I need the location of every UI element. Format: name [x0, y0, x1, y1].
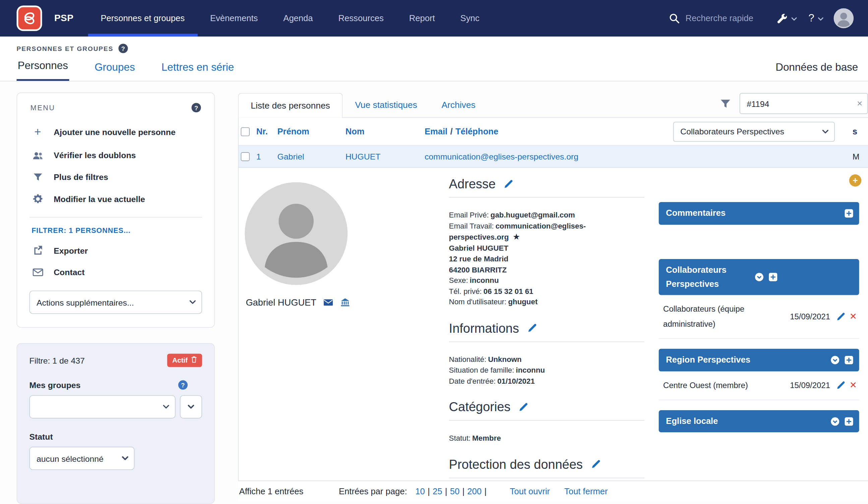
person-photo[interactable] [245, 182, 348, 285]
edit-icon[interactable] [527, 323, 537, 333]
cell-nr[interactable]: 1 [256, 152, 278, 161]
cell-email-link[interactable]: communication@eglises-perspectives.org [425, 152, 673, 161]
cell-lastname[interactable]: HUGUET [345, 152, 425, 161]
open-all-link[interactable]: Tout ouvrir [510, 486, 550, 496]
section-title: Catégories [449, 400, 511, 415]
section-title: Informations [449, 321, 519, 336]
add-square-icon[interactable] [844, 355, 854, 364]
tab-personnes[interactable]: Personnes [17, 60, 69, 81]
brand-name: PSP [54, 13, 74, 24]
close-all-link[interactable]: Tout fermer [564, 486, 608, 496]
email-icon[interactable] [323, 299, 333, 306]
my-groups-help-icon[interactable]: ? [178, 380, 188, 390]
help-chevron-icon[interactable] [818, 17, 824, 21]
remove-icon[interactable]: ✕ [849, 312, 857, 321]
more-actions-select-wrap: Actions supplémentaires... [30, 290, 202, 313]
menu-help-icon[interactable]: ? [192, 103, 201, 112]
status-select[interactable]: aucun sélectionné [30, 447, 135, 470]
tab-groupes[interactable]: Groupes [93, 61, 136, 81]
section-categories: Catégories Statut:Membre [449, 400, 644, 444]
detail-group-panels: Commentaires Collaborateurs Perspe [659, 177, 859, 481]
menu-item-label: Contact [54, 267, 84, 277]
filter-active-badge[interactable]: Actif [167, 353, 202, 367]
col-nr[interactable]: Nr. [256, 126, 278, 136]
col-email-telephone[interactable]: Email/Téléphone [425, 126, 673, 136]
person-name-row: Gabriel HUGUET [245, 297, 449, 308]
collapse-circle-icon[interactable] [830, 416, 840, 426]
link-donnees-de-base[interactable]: Données de base [775, 61, 859, 81]
nav-ressources[interactable]: Ressources [326, 0, 396, 37]
section-divider [449, 341, 644, 342]
clear-search-icon[interactable]: × [857, 99, 862, 108]
filter-funnel-icon[interactable] [720, 99, 731, 108]
col-prenom[interactable]: Prénom [278, 126, 345, 136]
person-search-input[interactable] [740, 93, 868, 114]
search-icon[interactable] [669, 13, 680, 24]
status-select-wrap: aucun sélectionné [30, 447, 135, 470]
help-icon[interactable]: ? [808, 12, 814, 24]
add-square-icon[interactable] [844, 416, 854, 426]
cell-firstname[interactable]: Gabriel [278, 152, 345, 161]
filter-count-link[interactable]: FILTRER: 1 PERSONNES... [31, 227, 202, 235]
section-protection-donnees: Protection des données Date de consentem… [449, 457, 644, 481]
add-record-button[interactable]: + [849, 174, 861, 186]
edit-icon[interactable] [836, 312, 845, 321]
menu-item-modifier-vue[interactable]: Modifier la vue actuelle [30, 188, 202, 210]
column-group-select[interactable]: Collaborateurs Perspectives [673, 122, 835, 141]
my-groups-controls [30, 395, 202, 418]
nav-evenements[interactable]: Evènements [197, 0, 270, 37]
quick-search-input[interactable] [686, 13, 769, 23]
breadcrumb-help-icon[interactable]: ? [118, 43, 128, 53]
menu-item-verifier-doublons[interactable]: Vérifier les doublons [30, 144, 202, 166]
add-square-icon[interactable] [768, 272, 778, 282]
col-nom[interactable]: Nom [345, 126, 425, 136]
per-page-25[interactable]: 25 [433, 486, 442, 496]
per-page-10[interactable]: 10 [415, 486, 425, 496]
menu-item-exporter[interactable]: Exporter [30, 239, 202, 261]
tools-chevron-icon[interactable] [791, 17, 797, 21]
menu-item-plus-de-filtres[interactable]: Plus de filtres [30, 166, 202, 188]
more-actions-select[interactable]: Actions supplémentaires... [30, 290, 202, 313]
separator: | [462, 486, 465, 496]
tab-archives[interactable]: Archives [429, 93, 488, 117]
remove-icon[interactable]: ✕ [849, 381, 857, 390]
table-row[interactable]: 1 Gabriel HUGUET communication@eglises-p… [239, 145, 868, 167]
entry-name[interactable]: Centre Ouest (membre) [663, 378, 790, 393]
entry-date: 15/09/2021 [790, 381, 830, 390]
edit-icon[interactable] [836, 381, 845, 390]
entry-name[interactable]: Collaborateurs (équipe administrative) [663, 302, 790, 332]
nav-report[interactable]: Report [396, 0, 448, 37]
groups-dropdown-button[interactable] [180, 395, 202, 418]
menu-item-contact[interactable]: Contact [30, 261, 202, 283]
panel-collaborateurs-perspectives: Collaborateurs Perspectives [659, 259, 859, 339]
favorite-star-icon[interactable]: ★ [513, 232, 520, 241]
church-building-icon[interactable] [341, 298, 350, 307]
menu-item-ajouter-personne[interactable]: + Ajouter une nouvelle personne [30, 119, 202, 144]
nav-sync[interactable]: Sync [448, 0, 492, 37]
per-page-200[interactable]: 200 [467, 486, 482, 496]
group-select-wrap: Collaborateurs Perspectives [673, 122, 835, 141]
row-checkbox[interactable] [241, 152, 250, 161]
nav-agenda[interactable]: Agenda [270, 0, 326, 37]
my-groups-select[interactable] [30, 395, 176, 418]
tab-lettres-en-serie[interactable]: Lettres en série [161, 61, 235, 81]
field-fullname: Gabriel HUGUET [449, 243, 644, 253]
subheader: PERSONNES ET GROUPES ? Personnes Groupes… [0, 37, 868, 81]
edit-icon[interactable] [503, 179, 514, 189]
app-logo[interactable] [17, 6, 42, 31]
collapse-circle-icon[interactable] [754, 272, 764, 282]
plus-icon: + [31, 125, 43, 138]
tools-icon[interactable] [776, 12, 788, 24]
collapse-circle-icon[interactable] [830, 355, 840, 364]
tab-vue-statistiques[interactable]: Vue statistiques [343, 93, 429, 117]
user-avatar[interactable] [834, 8, 854, 28]
select-all-checkbox[interactable] [241, 127, 250, 136]
app-root: PSP Personnes et groupes Evènements Agen… [0, 0, 868, 504]
edit-icon[interactable] [518, 402, 528, 412]
add-square-icon[interactable] [844, 209, 854, 218]
menu-item-label: Ajouter une nouvelle personne [54, 127, 175, 136]
nav-personnes-et-groupes[interactable]: Personnes et groupes [88, 0, 197, 37]
edit-icon[interactable] [590, 460, 601, 470]
tab-liste-des-personnes[interactable]: Liste des personnes [238, 93, 343, 118]
per-page-50[interactable]: 50 [450, 486, 459, 496]
